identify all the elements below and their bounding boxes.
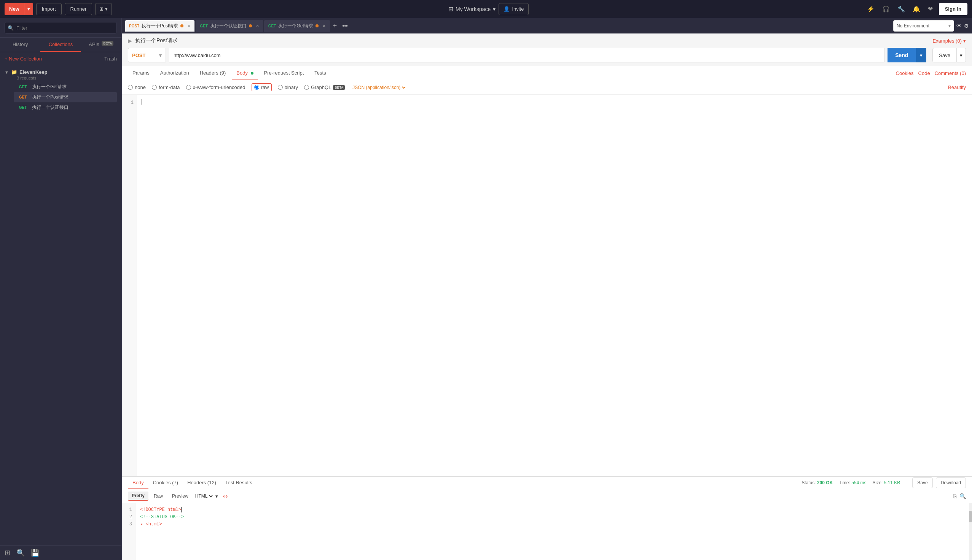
send-button[interactable]: Send (887, 48, 916, 62)
option-raw-radio[interactable] (254, 85, 259, 90)
search-icon: 🔍 (8, 25, 14, 31)
tab-headers[interactable]: Headers (9) (195, 66, 231, 80)
list-item[interactable]: GET 执行一个Get请求 (14, 82, 117, 92)
request-tab-get[interactable]: GET 执行一个Get请求 ✕ (264, 20, 330, 32)
url-input[interactable] (169, 48, 884, 62)
search-input[interactable] (5, 22, 117, 33)
tab-body[interactable]: Body (232, 66, 258, 80)
env-label: No Environment (897, 23, 929, 28)
tab-name: 执行一个Post请求 (142, 23, 178, 29)
resp-scrollbar-thumb[interactable] (969, 511, 972, 522)
response-save-button[interactable]: Save (912, 477, 932, 488)
sign-in-button[interactable]: Sign In (939, 3, 967, 15)
resp-pretty-button[interactable]: Pretty (128, 492, 148, 501)
send-dropdown-button[interactable]: ▾ (916, 48, 926, 62)
examples-chevron-icon: ▾ (963, 38, 966, 44)
save-button[interactable]: Save (932, 48, 957, 62)
headphone-icon-btn[interactable]: 🎧 (881, 4, 891, 14)
bell-icon-btn[interactable]: 🔔 (911, 4, 922, 14)
option-urlencoded[interactable]: x-www-form-urlencoded (186, 85, 245, 90)
workspace-button[interactable]: ⊞ My Workspace ▾ (448, 5, 495, 13)
top-bar: New ▾ Import Runner ⊞ ▾ ⊞ My Workspace ▾… (0, 0, 972, 18)
resp-line-number: 2 (125, 513, 132, 521)
trash-button[interactable]: Trash (104, 56, 117, 62)
sidebar-bottom-search-btn[interactable]: 🔍 (17, 548, 25, 557)
method-select[interactable]: POST ▾ (128, 48, 166, 62)
request-title: ▶ 执行一个Post请求 (128, 37, 178, 44)
code-link[interactable]: Code (918, 70, 930, 76)
heart-icon-btn[interactable]: ❤ (926, 4, 934, 14)
examples-link[interactable]: Examples (0) ▾ (932, 38, 966, 44)
resp-tab-cookies[interactable]: Cookies (7) (148, 477, 183, 489)
request-tab-get-auth[interactable]: GET 执行一个认证接口 ✕ (196, 20, 263, 32)
tab-collections[interactable]: Collections (40, 38, 81, 52)
content-type-select[interactable]: JSON (application/json) Text JavaScript … (351, 85, 407, 90)
title-arrow-icon: ▶ (128, 38, 132, 44)
env-selector: No Environment ▾ 👁 ⚙ (893, 20, 969, 32)
option-graphql[interactable]: GraphQL BETA (304, 85, 345, 90)
tab-apis[interactable]: APIs BETA (81, 38, 122, 52)
resp-line-number: 1 (125, 507, 132, 513)
resp-preview-button[interactable]: Preview (168, 492, 192, 500)
tab-close-icon[interactable]: ✕ (187, 23, 191, 28)
size-label: Size: 5.11 KB (873, 480, 900, 485)
option-raw-label[interactable]: raw (261, 85, 269, 90)
sidebar-bottom-layout-btn[interactable]: ⊞ (5, 548, 10, 557)
invite-label: Invite (512, 6, 524, 12)
list-item[interactable]: GET 执行一个认证接口 (14, 102, 117, 113)
option-form-data[interactable]: form-data (152, 85, 180, 90)
collection-header[interactable]: ▼ 📁 ElevenKeep (5, 69, 117, 75)
tab-close-icon[interactable]: ✕ (322, 23, 326, 28)
settings-icon-btn[interactable]: 🔧 (896, 4, 907, 14)
layout-button[interactable]: ⊞ ▾ (95, 3, 112, 15)
resp-tab-test-results[interactable]: Test Results (221, 477, 257, 489)
tab-add-button[interactable]: + (331, 22, 340, 30)
workspace-label: My Workspace (455, 6, 490, 12)
body-options: none form-data x-www-form-urlencoded raw… (122, 80, 972, 95)
search-icon-btn[interactable]: ⚡ (865, 4, 876, 14)
beautify-button[interactable]: Beautify (948, 85, 966, 90)
resp-scrollbar[interactable] (969, 503, 972, 560)
cookies-link[interactable]: Cookies (896, 70, 914, 76)
new-dropdown-button[interactable]: ▾ (24, 3, 33, 15)
tab-authorization[interactable]: Authorization (156, 66, 194, 80)
resp-search-button[interactable]: 🔍 (959, 493, 966, 499)
sidebar-bottom-storage-btn[interactable]: 💾 (31, 548, 39, 557)
tab-tests[interactable]: Tests (310, 66, 330, 80)
save-dropdown-button[interactable]: ▾ (957, 48, 966, 62)
option-binary[interactable]: binary (278, 85, 298, 90)
new-button[interactable]: New (5, 3, 24, 15)
tab-more-button[interactable]: ••• (340, 23, 350, 29)
tab-history[interactable]: History (0, 38, 40, 52)
env-eye-button[interactable]: 👁 (956, 23, 962, 29)
request-panel: ▶ 执行一个Post请求 Examples (0) ▾ POST ▾ Send … (122, 33, 972, 560)
new-collection-button[interactable]: + New Collection (5, 56, 42, 62)
request-tab-post[interactable]: POST 执行一个Post请求 ✕ (125, 20, 195, 32)
tab-params[interactable]: Params (128, 66, 154, 80)
import-button[interactable]: Import (36, 3, 62, 15)
env-settings-button[interactable]: ⚙ (964, 23, 969, 29)
runner-button[interactable]: Runner (65, 3, 92, 15)
invite-button[interactable]: 👤 Invite (499, 3, 529, 15)
invite-icon: 👤 (504, 6, 510, 12)
option-none[interactable]: none (128, 85, 146, 90)
comments-link[interactable]: Comments (0) (935, 70, 966, 76)
resp-raw-button[interactable]: Raw (150, 492, 167, 500)
resp-wrap-button[interactable]: ⇔ (223, 493, 228, 500)
code-editor: 1 (122, 95, 972, 476)
tab-close-icon[interactable]: ✕ (256, 23, 259, 28)
resp-copy-button[interactable]: ⎘ (954, 493, 956, 499)
code-line-3: ◂ <html> (140, 521, 964, 528)
list-item[interactable]: GET 执行一个Post请求 (14, 92, 117, 102)
code-content-area[interactable] (137, 95, 972, 476)
apis-beta-badge: BETA (102, 41, 113, 46)
cursor-line (142, 99, 967, 105)
html-type-select[interactable]: HTML JSON XML Text (194, 493, 214, 499)
resp-tab-headers[interactable]: Headers (12) (183, 477, 221, 489)
new-button-group: New ▾ (5, 3, 33, 15)
env-dropdown[interactable]: No Environment ▾ (893, 20, 954, 32)
response-right-actions: ⎘ 🔍 (954, 493, 966, 499)
tab-pre-request[interactable]: Pre-request Script (260, 66, 308, 80)
response-download-button[interactable]: Download (936, 477, 966, 488)
resp-tab-body[interactable]: Body (128, 477, 148, 489)
